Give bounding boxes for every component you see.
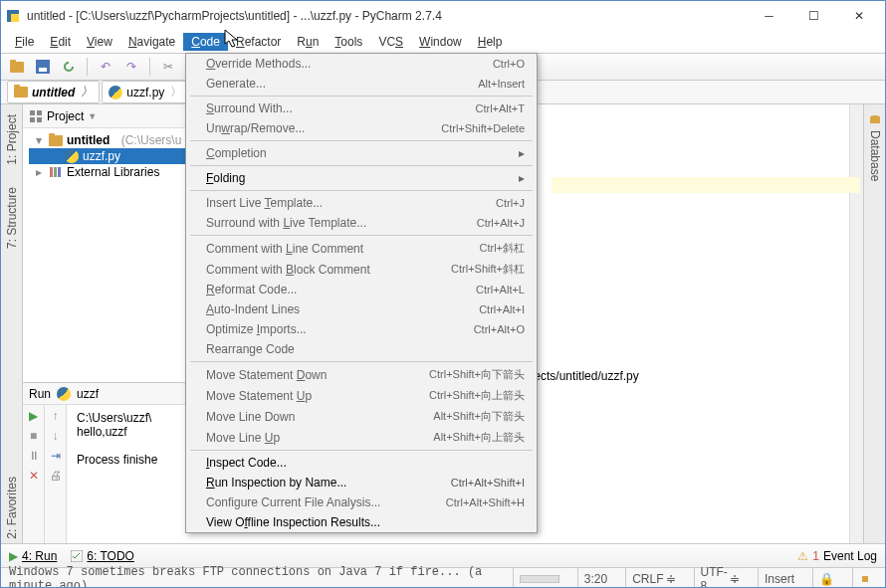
status-position: 3:20 [577, 568, 613, 588]
code-menu-dropdown: Override Methods...Ctrl+OGenerate...Alt+… [185, 53, 538, 533]
code-menu-item: Optimize Imports...Ctrl+Alt+O [186, 319, 537, 339]
menu-window[interactable]: Window [411, 33, 470, 51]
window-title: untitled - [C:\Users\uzzf\PycharmProject… [27, 9, 747, 23]
status-progress [513, 568, 565, 588]
folder-icon [49, 135, 63, 146]
svg-rect-16 [520, 575, 559, 583]
wrap-icon[interactable]: ⇥ [51, 449, 61, 463]
todo-tab[interactable]: 6: TODO [71, 549, 134, 563]
svg-rect-9 [37, 117, 42, 122]
menu-separator [190, 235, 533, 236]
menu-navigate[interactable]: Navigate [120, 33, 183, 51]
stop-icon[interactable]: ■ [30, 429, 37, 443]
run-tab[interactable]: ▶4: Run [9, 549, 57, 563]
code-menu-item: Move Statement UpCtrl+Shift+向上箭头 [186, 385, 537, 406]
menu-edit[interactable]: Edit [42, 33, 79, 51]
menu-run[interactable]: Run [289, 33, 327, 51]
status-eol[interactable]: CRLF ≑ [625, 568, 681, 588]
code-menu-item[interactable]: Run Inspection by Name...Ctrl+Alt+Shift+… [186, 473, 537, 492]
breadcrumb-project[interactable]: untitled〉 [7, 81, 100, 103]
menu-separator [190, 96, 533, 97]
code-menu-item: Unwrap/Remove...Ctrl+Shift+Delete [186, 118, 537, 138]
minimize-button[interactable]: ─ [747, 2, 791, 30]
code-menu-item: Insert Live Template...Ctrl+J [186, 193, 537, 213]
svg-rect-7 [37, 110, 42, 115]
code-menu-item: Comment with Block CommentCtrl+Shift+斜杠 [186, 259, 537, 280]
code-menu-item: Generate...Alt+Insert [186, 74, 537, 94]
code-menu-item: Surround with Live Template...Ctrl+Alt+J [186, 213, 537, 233]
svg-rect-12 [58, 167, 61, 177]
favorites-tool-tab[interactable]: 2: Favorites [5, 473, 19, 543]
refresh-icon[interactable] [59, 57, 79, 77]
maximize-button[interactable]: ☐ [791, 2, 836, 30]
svg-rect-8 [30, 117, 35, 122]
menu-code[interactable]: Code [183, 33, 228, 51]
python-icon [109, 86, 122, 99]
menu-tools[interactable]: Tools [327, 33, 370, 51]
svg-rect-1 [11, 14, 19, 22]
code-menu-item: Move Line DownAlt+Shift+向下箭头 [186, 406, 537, 427]
project-header: Project [47, 109, 84, 123]
menu-view[interactable]: View [79, 33, 120, 51]
save-icon[interactable] [33, 57, 53, 77]
code-menu-item: Move Line UpAlt+Shift+向上箭头 [186, 427, 537, 448]
menu-vcs[interactable]: VCS [370, 33, 411, 51]
menu-separator [190, 361, 533, 362]
run-label: Run [29, 387, 51, 401]
python-icon [57, 387, 71, 401]
up-icon[interactable]: ↑ [53, 409, 59, 423]
breadcrumb-file[interactable]: uzzf.py〉 [102, 81, 189, 103]
print-icon[interactable]: 🖨 [50, 469, 62, 483]
code-menu-item[interactable]: Folding▸ [186, 168, 537, 188]
code-menu-item: Reformat Code...Ctrl+Alt+L [186, 280, 537, 299]
svg-rect-17 [862, 576, 868, 582]
svg-rect-10 [50, 167, 53, 177]
menu-separator [190, 140, 533, 141]
code-menu-item: Completion▸ [186, 143, 537, 163]
editor-scrollbar[interactable] [849, 104, 863, 543]
app-icon [5, 8, 21, 24]
menu-help[interactable]: Help [470, 33, 511, 51]
code-menu-item: Surround With...Ctrl+Alt+T [186, 98, 537, 118]
code-menu-item[interactable]: View Offline Inspection Results... [186, 512, 537, 532]
code-menu-item: Auto-Indent LinesCtrl+Alt+I [186, 299, 537, 319]
code-menu-item: Move Statement DownCtrl+Shift+向下箭头 [186, 364, 537, 385]
svg-rect-6 [30, 110, 35, 115]
open-icon[interactable] [7, 57, 27, 77]
status-message: Windows 7 sometimes breaks FTP connectio… [9, 565, 489, 589]
event-log-tab[interactable]: ⚠1Event Log [797, 549, 877, 563]
run-config-name: uzzf [77, 387, 99, 401]
redo-icon[interactable]: ↷ [121, 57, 141, 77]
code-menu-item: Override Methods...Ctrl+O [186, 54, 537, 74]
undo-icon[interactable]: ↶ [96, 57, 115, 77]
menu-refactor[interactable]: Refactor [228, 33, 289, 51]
cut-icon[interactable]: ✂ [158, 57, 178, 77]
status-inspect-icon[interactable] [852, 568, 877, 588]
separator [87, 58, 88, 76]
menu-separator [190, 190, 533, 191]
close-button[interactable]: ✕ [836, 2, 881, 30]
pause-icon[interactable]: ⏸ [28, 449, 40, 463]
svg-rect-3 [39, 68, 47, 72]
status-encoding[interactable]: UTF-8 ≑ [694, 568, 746, 588]
menu-file[interactable]: File [7, 33, 42, 51]
chevron-down-icon[interactable]: ▼ [88, 111, 97, 121]
folder-icon [14, 87, 28, 98]
code-menu-item: Rearrange Code [186, 339, 537, 359]
down-icon[interactable]: ↓ [53, 429, 59, 443]
code-menu-item: Configure Current File Analysis...Ctrl+A… [186, 492, 537, 512]
python-icon [65, 149, 79, 163]
project-view-icon [29, 109, 43, 123]
svg-rect-14 [870, 117, 880, 123]
code-menu-item[interactable]: Inspect Code... [186, 453, 537, 473]
libraries-icon [49, 165, 63, 179]
close-icon[interactable]: ✕ [29, 469, 39, 483]
rerun-icon[interactable]: ▶ [29, 409, 38, 423]
menu-separator [190, 165, 533, 166]
project-tool-tab[interactable]: 1: Project [5, 110, 19, 169]
svg-rect-11 [54, 167, 57, 177]
status-insert: Insert [758, 568, 800, 588]
structure-tool-tab[interactable]: 7: Structure [5, 183, 19, 253]
status-lock-icon[interactable]: 🔒 [812, 568, 840, 588]
database-tool-tab[interactable]: Database [868, 110, 882, 185]
